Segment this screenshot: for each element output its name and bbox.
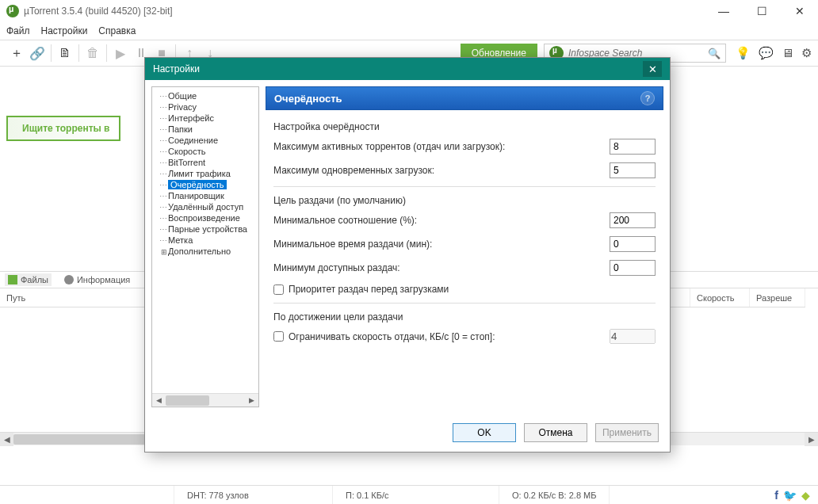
group2-title: Цель раздачи (по умолчанию) — [273, 195, 656, 206]
tree-node-10[interactable]: ⋯Удалённый доступ — [154, 201, 257, 212]
statusbar: DHT: 778 узлов П: 0.1 КБ/с О: 0.2 КБ/с В… — [0, 485, 818, 504]
tree-node-1[interactable]: ⋯Privacy — [154, 101, 257, 113]
status-dht: DHT: 778 узлов — [174, 486, 333, 504]
scroll-right-icon[interactable]: ▶ — [805, 433, 818, 446]
priority-checkbox[interactable] — [273, 284, 284, 295]
tree-label: Воспроизведение — [168, 213, 240, 223]
tree-node-3[interactable]: ⋯Папки — [154, 124, 257, 135]
window-title: µTorrent 3.5.4 (build 44520) [32-bit] — [24, 6, 173, 17]
help-icon[interactable]: ? — [640, 91, 655, 105]
ok-button[interactable]: OK — [453, 423, 516, 442]
tree-label: Папки — [168, 124, 193, 134]
menu-file[interactable]: Файл — [6, 25, 30, 36]
limit-label: Ограничивать скорость отдачи, КБ/с [0 = … — [289, 331, 605, 342]
tree-label: Соединение — [168, 136, 218, 145]
tree-node-0[interactable]: ⋯Общие — [154, 90, 257, 101]
tab-info[interactable]: Информация — [61, 273, 133, 286]
files-icon — [8, 275, 17, 284]
tree-node-12[interactable]: ⋯Парные устройства — [154, 223, 257, 235]
tree-node-4[interactable]: ⋯Соединение — [154, 135, 257, 146]
tree-node-9[interactable]: ⋯Планировщик — [154, 190, 257, 201]
min-ratio-input[interactable] — [610, 212, 656, 228]
group1-title: Настройка очерёдности — [273, 121, 656, 132]
tree-label: Скорость — [168, 147, 206, 156]
settings-dialog: Настройки ✕ ⋯Общие⋯Privacy⋯Интерфейс⋯Пап… — [144, 57, 671, 452]
maximize-button[interactable]: ☐ — [750, 5, 774, 17]
status-download: П: 0.1 КБ/с — [333, 486, 499, 504]
dialog-title: Настройки — [153, 63, 200, 74]
dialog-titlebar: Настройки ✕ — [145, 58, 670, 80]
min-time-label: Минимальное время раздачи (мин): — [273, 239, 610, 250]
priority-label: Приоритет раздач перед загрузками — [289, 284, 449, 295]
tree-node-2[interactable]: ⋯Интерфейс — [154, 113, 257, 124]
tree-node-8[interactable]: ⋯Очерёдность — [154, 179, 257, 190]
tree-label: Интерфейс — [168, 113, 214, 123]
minimize-button[interactable]: — — [712, 5, 736, 17]
tree-node-7[interactable]: ⋯Лимит трафика — [154, 168, 257, 179]
group3-title: По достижении цели раздачи — [273, 311, 656, 323]
tree-label: Метка — [168, 235, 193, 245]
app-icon — [6, 5, 19, 17]
facebook-icon[interactable]: f — [774, 489, 778, 502]
tree-label: Privacy — [168, 102, 197, 112]
twitter-icon[interactable]: 🐦 — [783, 489, 797, 502]
status-upload: О: 0.2 КБ/с В: 2.8 МБ — [499, 486, 610, 504]
min-avail-label: Минимум доступных раздач: — [273, 262, 610, 273]
new-button[interactable]: 🗎 — [55, 43, 75, 63]
dialog-buttons: OK Отмена Применить — [145, 414, 670, 452]
hint-icon[interactable]: 💡 — [736, 46, 751, 60]
min-time-input[interactable] — [610, 236, 656, 252]
remote-icon[interactable]: 🖥 — [782, 46, 793, 60]
col-speed[interactable]: Скорость — [690, 288, 750, 307]
tree-node-13[interactable]: ⋯Метка — [154, 235, 257, 246]
dialog-close-button[interactable]: ✕ — [643, 61, 662, 77]
tree-label: Лимит трафика — [168, 169, 231, 178]
col-resolve[interactable]: Разреше — [750, 288, 805, 307]
max-active-label: Максимум активных торрентов (отдач или з… — [273, 141, 610, 152]
settings-tree: ⋯Общие⋯Privacy⋯Интерфейс⋯Папки⋯Соединени… — [151, 86, 259, 407]
info-icon — [64, 275, 74, 284]
settings-panel: Очерёдность ? Настройка очерёдности Макс… — [266, 86, 663, 407]
titlebar: µTorrent 3.5.4 (build 44520) [32-bit] — … — [0, 0, 818, 22]
tab-files[interactable]: Файлы — [5, 273, 52, 286]
panel-header: Очерёдность ? — [266, 86, 663, 110]
min-ratio-label: Минимальное соотношение (%): — [273, 215, 610, 226]
limit-input — [610, 329, 656, 344]
add-torrent-button[interactable]: ＋ — [6, 43, 27, 63]
feed-icon[interactable]: 💬 — [759, 46, 774, 60]
search-torrents-hint[interactable]: Ищите торренты в — [6, 116, 120, 141]
tree-hscroll[interactable]: ◀ ▶ — [152, 393, 258, 407]
gear-icon[interactable]: ⚙ — [801, 46, 812, 60]
menubar: Файл Настройки Справка — [0, 22, 818, 40]
tree-label: Очерёдность — [168, 180, 227, 189]
cancel-button[interactable]: Отмена — [524, 423, 587, 442]
scroll-left-icon[interactable]: ◀ — [0, 433, 13, 446]
close-button[interactable]: ✕ — [788, 5, 812, 17]
max-dl-label: Максимум одновременных загрузок: — [273, 165, 610, 176]
max-active-input[interactable] — [610, 139, 656, 155]
menu-settings[interactable]: Настройки — [41, 25, 88, 36]
tree-node-5[interactable]: ⋯Скорость — [154, 146, 257, 157]
tree-label: Дополнительно — [168, 246, 231, 256]
tree-node-11[interactable]: ⋯Воспроизведение — [154, 212, 257, 223]
apply-button[interactable]: Применить — [595, 423, 659, 442]
delete-button[interactable]: 🗑 — [82, 43, 103, 63]
tree-label: BitTorrent — [168, 158, 205, 167]
start-button[interactable]: ▶ — [110, 43, 131, 63]
max-dl-input[interactable] — [610, 162, 656, 178]
social-icons: f 🐦 ◆ — [766, 489, 818, 502]
min-avail-input[interactable] — [610, 260, 656, 276]
android-icon[interactable]: ◆ — [801, 489, 810, 502]
search-icon[interactable]: 🔍 — [708, 48, 721, 59]
tree-node-14[interactable]: Дополнительно — [154, 246, 257, 257]
limit-checkbox[interactable] — [273, 331, 284, 342]
tree-label: Общие — [168, 91, 197, 101]
menu-help[interactable]: Справка — [98, 25, 136, 36]
tree-label: Парные устройства — [168, 224, 247, 234]
add-url-button[interactable]: 🔗 — [27, 43, 48, 63]
tree-node-6[interactable]: ⋯BitTorrent — [154, 157, 257, 168]
tree-label: Планировщик — [168, 191, 224, 200]
tree-label: Удалённый доступ — [168, 202, 243, 212]
